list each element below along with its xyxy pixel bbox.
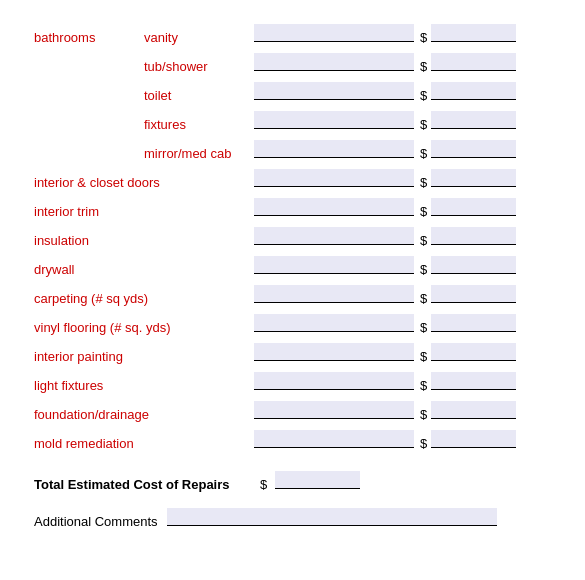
comments-label: Additional Comments [34, 514, 164, 529]
row-input-cell: $ [250, 252, 555, 281]
comments-input[interactable] [167, 508, 497, 526]
dollar-input[interactable] [431, 111, 516, 129]
dollar-sign: $ [414, 407, 431, 422]
subcategory-label: vanity [140, 20, 250, 49]
dollar-sign: $ [414, 262, 431, 277]
row-text-input[interactable] [254, 24, 414, 42]
row-input-cell: $ [250, 310, 555, 339]
row-text-input[interactable] [254, 111, 414, 129]
row-input-cell: $ [250, 397, 555, 426]
row-input-cell: $ [250, 78, 555, 107]
row-text-input[interactable] [254, 227, 414, 245]
dollar-input[interactable] [431, 343, 516, 361]
subcategory-label: mirror/med cab [140, 136, 250, 165]
dollar-sign: $ [414, 320, 431, 335]
row-text-input[interactable] [254, 53, 414, 71]
main-label: vinyl flooring (# sq. yds) [30, 310, 250, 339]
main-label: insulation [30, 223, 250, 252]
row-input-cell: $ [250, 136, 555, 165]
row-input-cell: $ [250, 107, 555, 136]
main-label: interior trim [30, 194, 250, 223]
dollar-sign: $ [414, 436, 431, 451]
dollar-sign: $ [414, 175, 431, 190]
dollar-input[interactable] [431, 82, 516, 100]
row-text-input[interactable] [254, 372, 414, 390]
main-label: foundation/drainage [30, 397, 250, 426]
row-text-input[interactable] [254, 430, 414, 448]
row-input-cell: $ [250, 339, 555, 368]
dollar-sign: $ [414, 291, 431, 306]
row-text-input[interactable] [254, 140, 414, 158]
subcategory-label: toilet [140, 78, 250, 107]
row-input-cell: $ [250, 20, 555, 49]
dollar-sign: $ [414, 233, 431, 248]
dollar-sign: $ [414, 204, 431, 219]
total-dollar-input[interactable] [275, 471, 360, 489]
subcategory-label: fixtures [140, 107, 250, 136]
row-input-cell: $ [250, 223, 555, 252]
main-label: carpeting (# sq yds) [30, 281, 250, 310]
category-label: bathrooms [30, 20, 140, 49]
dollar-input[interactable] [431, 53, 516, 71]
main-label: drywall [30, 252, 250, 281]
dollar-input[interactable] [431, 140, 516, 158]
row-text-input[interactable] [254, 285, 414, 303]
dollar-sign: $ [414, 59, 431, 74]
main-label: mold remediation [30, 426, 250, 455]
main-label: interior painting [30, 339, 250, 368]
main-label: interior & closet doors [30, 165, 250, 194]
dollar-sign: $ [414, 88, 431, 103]
row-text-input[interactable] [254, 82, 414, 100]
main-label: light fixtures [30, 368, 250, 397]
row-input-cell: $ [250, 165, 555, 194]
dollar-sign: $ [414, 349, 431, 364]
row-text-input[interactable] [254, 169, 414, 187]
dollar-sign: $ [414, 378, 431, 393]
row-input-cell: $ [250, 194, 555, 223]
dollar-input[interactable] [431, 198, 516, 216]
dollar-input[interactable] [431, 285, 516, 303]
row-input-cell: $ [250, 281, 555, 310]
dollar-input[interactable] [431, 314, 516, 332]
subcategory-label: tub/shower [140, 49, 250, 78]
dollar-input[interactable] [431, 169, 516, 187]
dollar-input[interactable] [431, 24, 516, 42]
dollar-input[interactable] [431, 430, 516, 448]
total-dollar-sign: $ [254, 477, 271, 492]
dollar-sign: $ [414, 117, 431, 132]
dollar-input[interactable] [431, 227, 516, 245]
row-text-input[interactable] [254, 256, 414, 274]
row-input-cell: $ [250, 426, 555, 455]
row-text-input[interactable] [254, 198, 414, 216]
row-text-input[interactable] [254, 401, 414, 419]
dollar-sign: $ [414, 30, 431, 45]
dollar-input[interactable] [431, 372, 516, 390]
dollar-input[interactable] [431, 256, 516, 274]
row-text-input[interactable] [254, 314, 414, 332]
row-input-cell: $ [250, 49, 555, 78]
dollar-input[interactable] [431, 401, 516, 419]
dollar-sign: $ [414, 146, 431, 161]
total-label: Total Estimated Cost of Repairs [34, 477, 230, 492]
row-text-input[interactable] [254, 343, 414, 361]
row-input-cell: $ [250, 368, 555, 397]
